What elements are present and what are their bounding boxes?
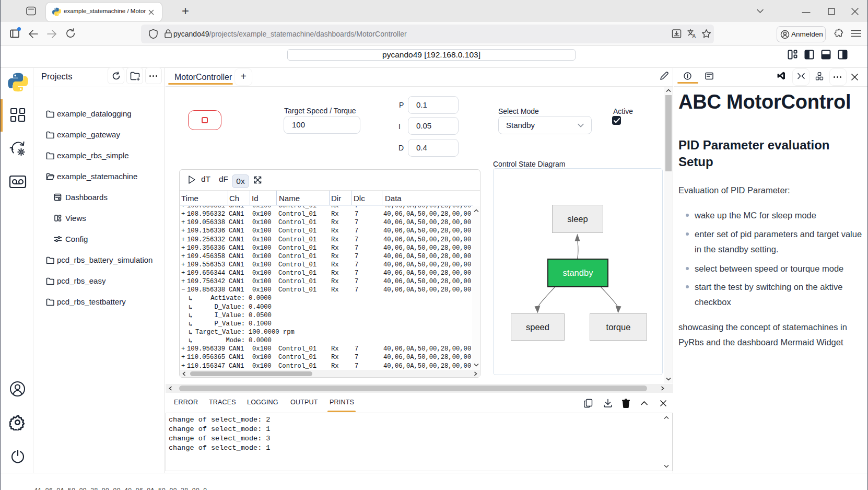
- svg-text:A: A: [693, 33, 696, 39]
